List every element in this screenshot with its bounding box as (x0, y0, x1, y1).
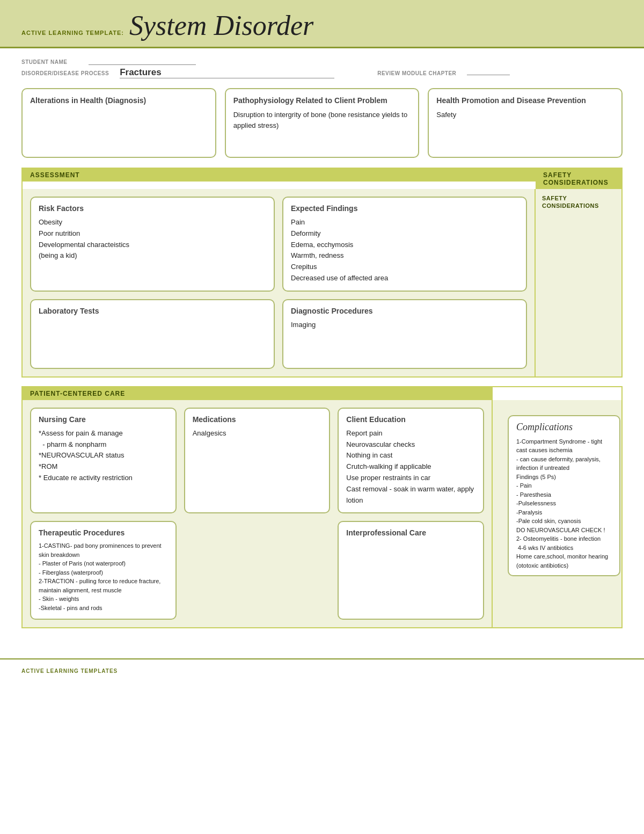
complications-box: Complications 1-Compartment Syndrome - t… (508, 415, 620, 577)
pcc-main: Nursing Care *Assess for pain & manage -… (23, 400, 493, 628)
therapeutic-procedures-content: 1-CASTING- pad bony prominences to preve… (39, 541, 168, 612)
top-box-pathophysiology: Pathophysiology Related to Client Proble… (225, 88, 420, 158)
top-box-pathophysiology-content: Disruption to intergrity of bone (bone r… (233, 110, 411, 130)
top-box-alterations-title: Alterations in Health (Diagnosis) (30, 96, 208, 105)
nursing-care-content: *Assess for pain & manage - pharm & nonp… (39, 428, 168, 484)
safety-sidebar: SAFETY CONSIDERATIONS (536, 189, 621, 376)
diagnostic-procedures-content: Imaging (291, 320, 518, 331)
pcc-empty-middle (184, 521, 331, 620)
footer: ACTIVE LEARNING TEMPLATES (0, 658, 644, 678)
diagnostic-procedures-box: Diagnostic Procedures Imaging (282, 299, 527, 369)
pcc-top-grid: Nursing Care *Assess for pain & manage -… (30, 408, 484, 514)
expected-findings-box: Expected Findings PainDeformityEdema, ec… (282, 197, 527, 292)
assessment-main: Risk Factors ObesityPoor nutritionDevelo… (23, 189, 536, 376)
student-name-field: STUDENT NAME (21, 59, 196, 65)
header-label: ACTIVE LEARNING TEMPLATE: (21, 30, 124, 36)
header: ACTIVE LEARNING TEMPLATE: System Disorde… (0, 0, 644, 48)
safety-band-label: SAFETY CONSIDERATIONS (536, 169, 621, 189)
medications-title: Medications (193, 415, 322, 424)
disorder-info-row: DISORDER/DISEASE PROCESS Fractures REVIE… (21, 67, 623, 78)
assessment-section-label: ASSESSMENT (23, 169, 536, 182)
student-name-value (89, 59, 196, 65)
interprofessional-care-title: Interprofessional Care (346, 528, 475, 537)
disorder-value: Fractures (120, 67, 334, 78)
top-box-alterations: Alterations in Health (Diagnosis) (21, 88, 216, 158)
interprofessional-care-box: Interprofessional Care (338, 521, 484, 620)
assessment-grid: Risk Factors ObesityPoor nutritionDevelo… (30, 197, 527, 369)
nursing-care-box: Nursing Care *Assess for pain & manage -… (30, 408, 177, 514)
laboratory-tests-title: Laboratory Tests (39, 307, 266, 315)
assessment-band-row: ASSESSMENT SAFETY CONSIDERATIONS (23, 169, 621, 189)
therapeutic-procedures-title: Therapeutic Procedures (39, 528, 168, 537)
pcc-right-sidebar: Complications 1-Compartment Syndrome - t… (493, 400, 621, 628)
laboratory-tests-box: Laboratory Tests (30, 299, 275, 369)
top-box-health-promotion-title: Health Promotion and Disease Prevention (436, 96, 614, 105)
pcc-band-main: PATIENT-CENTERED CARE (23, 387, 493, 400)
top-box-health-promotion: Health Promotion and Disease Prevention … (428, 88, 623, 158)
review-value (467, 75, 510, 75)
student-name-label: STUDENT NAME (21, 59, 67, 65)
diagnostic-procedures-title: Diagnostic Procedures (291, 307, 518, 315)
pcc-wrapper: Nursing Care *Assess for pain & manage -… (23, 400, 621, 628)
complications-band (493, 387, 621, 400)
assessment-band-main: ASSESSMENT (23, 169, 536, 189)
therapeutic-procedures-box: Therapeutic Procedures 1-CASTING- pad bo… (30, 521, 177, 620)
medications-box: Medications Analgesics (184, 408, 331, 514)
client-education-content: Report painNeurovascular checksNothing i… (346, 428, 475, 506)
pcc-section: PATIENT-CENTERED CARE Nursing Care *Asse… (21, 386, 623, 629)
safety-band: SAFETY CONSIDERATIONS (536, 169, 621, 189)
pcc-section-label: PATIENT-CENTERED CARE (23, 387, 493, 400)
complications-title: Complications (516, 422, 612, 433)
assessment-section: ASSESSMENT SAFETY CONSIDERATIONS Risk Fa… (21, 168, 623, 378)
header-title: System Disorder (129, 10, 313, 41)
student-info-row: STUDENT NAME (21, 59, 623, 65)
expected-findings-content: PainDeformityEdema, ecchymosisWarmth, re… (291, 217, 518, 284)
expected-findings-title: Expected Findings (291, 204, 518, 213)
client-education-box: Client Education Report painNeurovascula… (338, 408, 484, 514)
risk-factors-box: Risk Factors ObesityPoor nutritionDevelo… (30, 197, 275, 292)
safety-considerations-title: SAFETY CONSIDERATIONS (542, 194, 615, 210)
risk-factors-title: Risk Factors (39, 204, 266, 213)
nursing-care-title: Nursing Care (39, 415, 168, 424)
disorder-label: DISORDER/DISEASE PROCESS (21, 70, 109, 76)
footer-label: ACTIVE LEARNING TEMPLATES (21, 668, 118, 674)
pcc-band-row: PATIENT-CENTERED CARE (23, 387, 621, 400)
assessment-area: Risk Factors ObesityPoor nutritionDevelo… (23, 189, 621, 376)
top-box-health-promotion-content: Safety (436, 110, 614, 120)
medications-content: Analgesics (193, 428, 322, 439)
main-content: STUDENT NAME DISORDER/DISEASE PROCESS Fr… (0, 48, 644, 648)
pcc-bottom-grid: Therapeutic Procedures 1-CASTING- pad bo… (30, 521, 484, 620)
client-education-title: Client Education (346, 415, 475, 424)
risk-factors-content: ObesityPoor nutritionDevelopmental chara… (39, 217, 266, 262)
complications-content: 1-Compartment Syndrome - tight cast caus… (516, 437, 612, 570)
top-box-pathophysiology-title: Pathophysiology Related to Client Proble… (233, 96, 411, 105)
top-boxes: Alterations in Health (Diagnosis) Pathop… (21, 88, 623, 158)
review-label: REVIEW MODULE CHAPTER (377, 70, 456, 76)
